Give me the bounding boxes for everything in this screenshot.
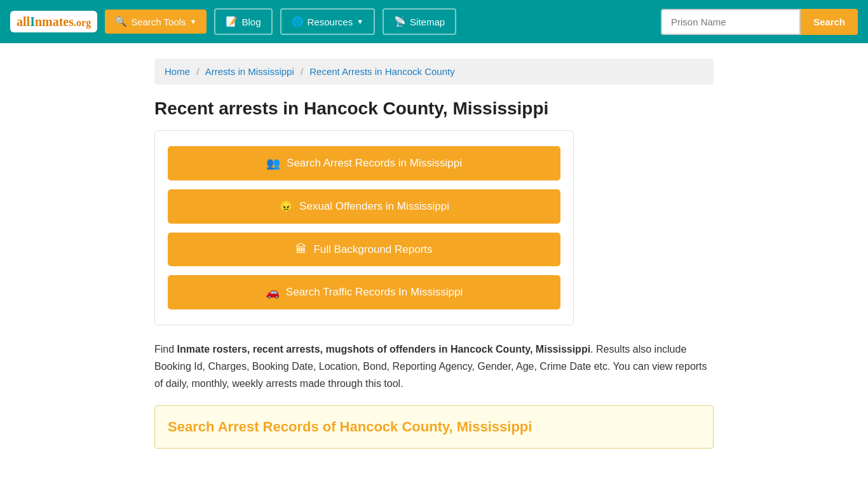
breadcrumb-arrests[interactable]: Arrests in Mississippi: [205, 66, 294, 77]
breadcrumb: Home / Arrests in Mississippi / Recent A…: [154, 58, 714, 85]
car-icon: 🚗: [266, 285, 280, 299]
sitemap-label: Sitemap: [410, 17, 445, 27]
navbar: allInmates.org 🔍 Search Tools ▼ 📝 Blog 🌐…: [0, 0, 868, 43]
sitemap-button[interactable]: 📡 Sitemap: [383, 8, 456, 35]
resources-button[interactable]: 🌐 Resources ▼: [280, 8, 376, 35]
resources-icon: 🌐: [292, 16, 304, 27]
description-intro: Find: [154, 344, 177, 355]
btn2-label: Sexual Offenders in Mississippi: [299, 200, 449, 213]
blog-button[interactable]: 📝 Blog: [214, 8, 272, 35]
traffic-records-button[interactable]: 🚗 Search Traffic Records In Mississippi: [168, 275, 560, 309]
blog-label: Blog: [241, 17, 261, 27]
prison-search-input[interactable]: [661, 9, 801, 35]
breadcrumb-home[interactable]: Home: [165, 66, 190, 77]
resources-arrow-icon: ▼: [356, 18, 363, 25]
breadcrumb-current: Recent Arrests in Hancock County: [309, 66, 454, 77]
btn4-label: Search Traffic Records In Mississippi: [286, 286, 463, 299]
prison-search-label: Search: [813, 17, 845, 27]
sexual-offenders-button[interactable]: 😠 Sexual Offenders in Mississippi: [168, 189, 560, 224]
main-content: Home / Arrests in Mississippi / Recent A…: [142, 43, 726, 464]
breadcrumb-sep-1: /: [196, 66, 199, 77]
blog-icon: 📝: [226, 16, 238, 27]
arrest-records-section: Search Arrest Records of Hancock County,…: [154, 405, 714, 449]
building-icon: 🏛: [295, 243, 307, 256]
people-icon: 👥: [266, 156, 280, 170]
arrest-records-title: Search Arrest Records of Hancock County,…: [168, 419, 700, 435]
search-tools-button[interactable]: 🔍 Search Tools ▼: [105, 10, 207, 34]
background-reports-button[interactable]: 🏛 Full Background Reports: [168, 233, 560, 266]
action-box: 👥 Search Arrest Records in Mississippi 😠…: [154, 130, 574, 325]
search-tools-icon: 🔍: [115, 16, 127, 27]
breadcrumb-sep-2: /: [301, 66, 303, 77]
prison-search-button[interactable]: Search: [801, 9, 858, 35]
angry-face-icon: 😠: [279, 200, 293, 214]
search-arrest-records-button[interactable]: 👥 Search Arrest Records in Mississippi: [168, 146, 560, 180]
description: Find Inmate rosters, recent arrests, mug…: [154, 341, 714, 393]
site-logo[interactable]: allInmates.org: [10, 11, 97, 32]
page-title: Recent arrests in Hancock County, Missis…: [154, 98, 714, 119]
search-tools-label: Search Tools: [131, 17, 186, 27]
btn1-label: Search Arrest Records in Mississippi: [287, 157, 462, 170]
prison-search-area: Search: [661, 9, 858, 35]
sitemap-icon: 📡: [394, 16, 406, 27]
description-bold: Inmate rosters, recent arrests, mugshots…: [177, 344, 591, 355]
btn3-label: Full Background Reports: [313, 243, 432, 256]
search-tools-arrow-icon: ▼: [190, 18, 197, 25]
resources-label: Resources: [308, 17, 353, 27]
